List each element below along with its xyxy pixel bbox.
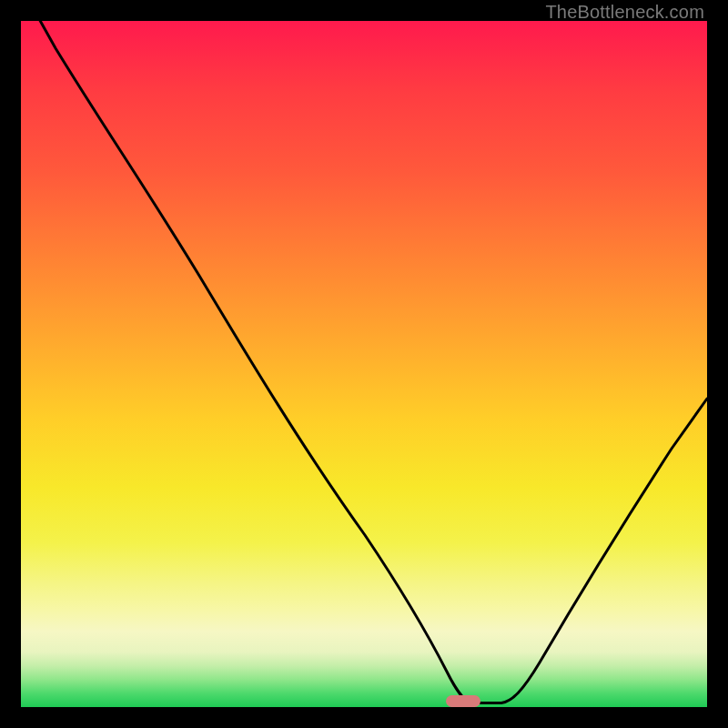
chart-frame: TheBottleneck.com: [0, 0, 728, 728]
highlight-marker: [446, 695, 480, 707]
bottleneck-curve: [21, 21, 707, 707]
bottleneck-curve-path: [21, 21, 707, 703]
attribution-label: TheBottleneck.com: [545, 2, 704, 23]
